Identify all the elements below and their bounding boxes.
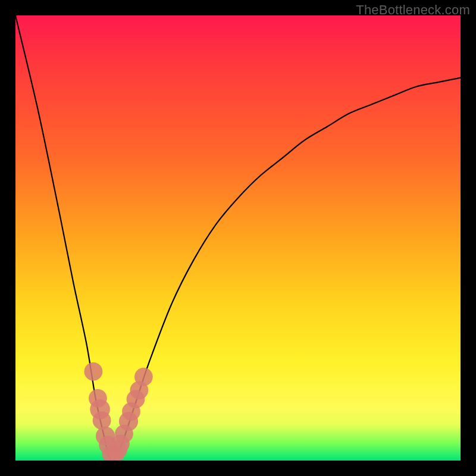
chart-frame: TheBottleneck.com [0,0,476,476]
curve-layer [15,15,461,461]
marker-dots [84,362,153,461]
marker-dot [84,362,103,381]
plot-area [15,15,461,461]
bottleneck-curve [15,15,461,461]
marker-dot [93,411,111,430]
marker-dot [134,368,153,386]
